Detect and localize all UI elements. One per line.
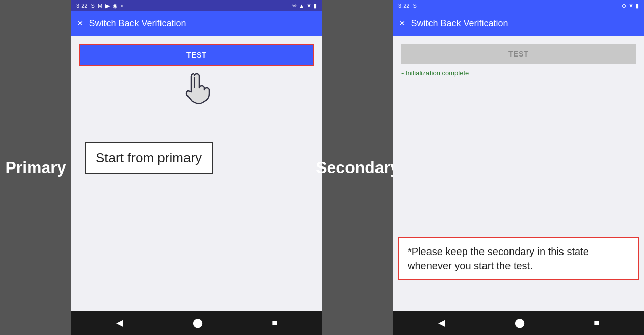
secondary-content: TEST - Initialization complete *Please k… [393, 36, 644, 311]
start-from-primary-box: Start from primary [85, 142, 213, 174]
init-complete-text: - Initialization complete [401, 69, 636, 77]
secondary-phone-frame: 3:22 S ⊙ ▼ ▮ × Switch Back Verification … [393, 0, 644, 335]
secondary-time: 3:22 [398, 3, 409, 9]
secondary-status-bar: 3:22 S ⊙ ▼ ▮ [393, 0, 644, 11]
secondary-circle-icon: ⊙ [622, 3, 626, 9]
secondary-close-icon[interactable]: × [399, 19, 405, 28]
primary-status-right: ✳ ▲ ▼ ▮ [292, 3, 317, 9]
secondary-annotation-box: *Please keep the secondary in this state… [398, 237, 639, 280]
primary-time: 3:22 [76, 3, 87, 9]
primary-app-bar: × Switch Back Verification [71, 11, 322, 36]
primary-close-icon[interactable]: × [77, 19, 83, 28]
primary-wifi-icon: ▼ [306, 3, 312, 9]
primary-battery-icon: ▮ [314, 3, 317, 9]
secondary-nav-bar: ◀ ⬤ ■ [393, 311, 644, 335]
primary-test-btn-wrapper: TEST [79, 44, 314, 66]
hand-cursor-icon [79, 72, 314, 105]
secondary-back-nav-icon[interactable]: ◀ [438, 317, 445, 328]
secondary-test-button: TEST [401, 44, 636, 64]
home-nav-icon[interactable]: ⬤ [193, 317, 203, 328]
secondary-recents-nav-icon[interactable]: ■ [594, 318, 599, 328]
secondary-app-bar: × Switch Back Verification [393, 11, 644, 36]
secondary-annotation-text: *Please keep the secondary in this state… [408, 246, 589, 271]
primary-label: Primary [0, 0, 71, 335]
primary-app-title: Switch Back Verification [89, 18, 186, 29]
secondary-home-nav-icon[interactable]: ⬤ [515, 317, 525, 328]
back-nav-icon[interactable]: ◀ [116, 317, 123, 328]
primary-nav-bar: ◀ ⬤ ■ [71, 311, 322, 335]
start-from-primary-text: Start from primary [96, 150, 202, 165]
primary-content: TEST Start from primary [71, 36, 322, 311]
secondary-signal-icon: ▼ [628, 3, 634, 9]
primary-phone-frame: 3:22 S M ▶ ◉ • ✳ ▲ ▼ ▮ × Switch Back Ver… [71, 0, 322, 335]
primary-signal-icon: ▲ [299, 3, 304, 9]
secondary-label: Secondary [322, 0, 393, 335]
primary-ble-icon: ✳ [292, 3, 297, 9]
secondary-status-right: ⊙ ▼ ▮ [622, 3, 639, 9]
primary-status-icons: S M ▶ ◉ • [89, 3, 123, 9]
right-panel: Secondary 3:22 S ⊙ ▼ ▮ × Switch Back Ver… [322, 0, 644, 335]
recents-nav-icon[interactable]: ■ [272, 318, 277, 328]
primary-test-button[interactable]: TEST [81, 45, 313, 65]
primary-status-bar: 3:22 S M ▶ ◉ • ✳ ▲ ▼ ▮ [71, 0, 322, 11]
secondary-app-title: Switch Back Verification [411, 18, 508, 29]
left-panel: Primary 3:22 S M ▶ ◉ • ✳ ▲ ▼ ▮ × Switch … [0, 0, 322, 335]
secondary-status-icons: S [411, 3, 416, 9]
secondary-battery-icon: ▮ [636, 3, 639, 9]
secondary-status-left: 3:22 S [398, 3, 417, 9]
primary-status-left: 3:22 S M ▶ ◉ • [76, 3, 123, 9]
